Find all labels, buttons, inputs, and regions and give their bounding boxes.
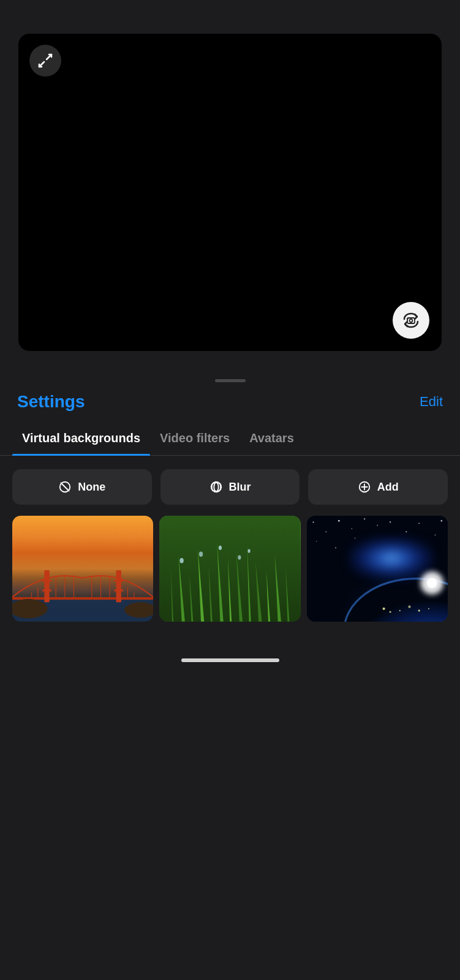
svg-point-32 [180, 558, 184, 563]
svg-rect-18 [114, 590, 123, 592]
none-button[interactable]: None [12, 469, 152, 505]
svg-point-56 [389, 611, 391, 613]
tab-video-filters[interactable]: Video filters [150, 423, 239, 455]
edit-button[interactable]: Edit [420, 394, 443, 410]
svg-point-42 [364, 518, 365, 519]
tab-avatars[interactable]: Avatars [239, 423, 304, 455]
add-button[interactable]: Add [308, 469, 448, 505]
camera-preview [18, 34, 442, 351]
svg-point-48 [405, 532, 407, 533]
svg-rect-12 [12, 597, 153, 600]
blur-button[interactable]: Blur [160, 469, 300, 505]
drag-handle [215, 379, 246, 382]
svg-point-60 [428, 608, 429, 609]
bottom-sheet: Settings Edit Virtual backgrounds Video … [0, 369, 460, 786]
svg-point-57 [399, 610, 400, 611]
tab-virtual-backgrounds[interactable]: Virtual backgrounds [12, 423, 150, 455]
svg-point-55 [382, 608, 385, 610]
svg-point-6 [214, 483, 218, 492]
drag-handle-area [0, 369, 460, 387]
svg-point-34 [248, 549, 251, 553]
none-label: None [78, 481, 105, 494]
svg-point-46 [354, 538, 355, 538]
backgrounds-grid [0, 516, 460, 622]
svg-point-36 [238, 556, 241, 560]
shrink-icon [38, 53, 53, 68]
tabs-container: Virtual backgrounds Video filters Avatar… [0, 423, 460, 456]
add-label: Add [377, 481, 399, 494]
sheet-header: Settings Edit [0, 387, 460, 423]
svg-point-62 [426, 578, 437, 589]
options-row: None Blur [0, 456, 460, 516]
svg-rect-16 [42, 590, 51, 592]
svg-line-5 [61, 483, 69, 491]
svg-point-45 [335, 548, 336, 549]
shrink-button[interactable] [29, 45, 61, 77]
svg-rect-14 [116, 570, 121, 602]
svg-point-35 [199, 552, 203, 557]
background-golden-gate[interactable] [12, 516, 153, 622]
svg-point-43 [377, 525, 378, 526]
settings-title: Settings [17, 392, 85, 412]
svg-point-41 [351, 528, 352, 529]
blur-icon [209, 480, 223, 494]
svg-point-51 [440, 520, 442, 522]
background-grass[interactable] [159, 516, 300, 622]
plus-icon [358, 480, 371, 494]
svg-point-44 [316, 541, 317, 541]
svg-point-59 [418, 610, 420, 612]
svg-rect-17 [114, 580, 123, 582]
blur-label: Blur [229, 481, 251, 494]
camera-section [0, 0, 460, 351]
background-space[interactable] [307, 516, 448, 622]
svg-point-47 [390, 522, 391, 523]
svg-point-38 [312, 522, 314, 523]
svg-rect-13 [44, 570, 49, 602]
svg-point-49 [418, 523, 420, 524]
grass-svg [159, 516, 300, 622]
ban-icon [58, 480, 72, 494]
flip-camera-icon [402, 311, 420, 330]
bridge-svg [12, 557, 153, 622]
svg-point-3 [410, 319, 413, 322]
home-indicator-area [0, 646, 460, 668]
svg-point-40 [338, 520, 340, 522]
svg-point-58 [408, 606, 410, 608]
space-svg [307, 516, 448, 622]
home-bar [181, 658, 279, 662]
svg-point-39 [325, 532, 326, 533]
svg-rect-15 [42, 580, 51, 582]
svg-point-33 [219, 546, 222, 550]
app-container: Settings Edit Virtual backgrounds Video … [0, 0, 460, 786]
svg-point-7 [211, 482, 221, 492]
svg-point-50 [434, 535, 435, 535]
flip-camera-button[interactable] [393, 302, 429, 339]
